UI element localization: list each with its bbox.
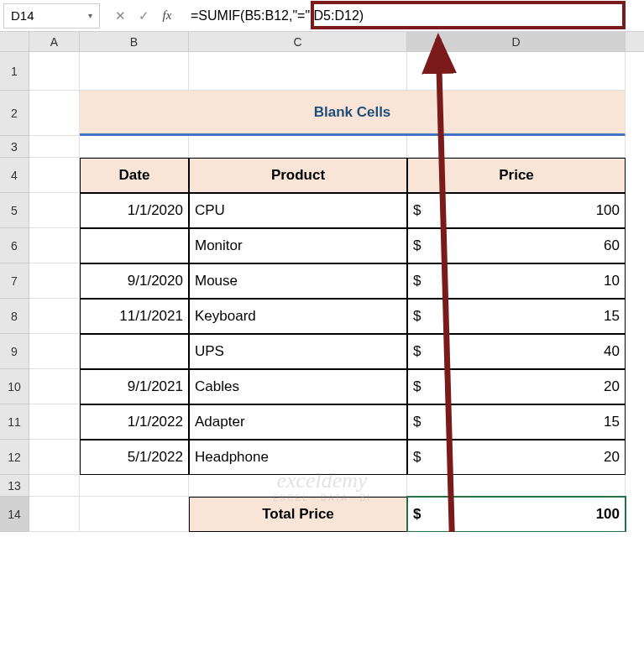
product-cell[interactable]: CPU	[189, 193, 407, 228]
cell[interactable]	[29, 440, 80, 475]
cell[interactable]	[29, 193, 80, 228]
formula-input[interactable]: =SUMIF(B5:B12,"=",D5:D12)	[184, 3, 644, 29]
price-cell[interactable]: $20	[407, 440, 626, 475]
date-cell[interactable]: 1/1/2022	[80, 404, 189, 440]
cell[interactable]	[29, 475, 80, 497]
date-cell[interactable]: 5/1/2022	[80, 440, 189, 475]
row-header[interactable]: 8	[0, 299, 29, 334]
product-cell[interactable]: UPS	[189, 334, 407, 369]
total-value: 100	[596, 506, 620, 523]
product-cell[interactable]: Adapter	[189, 404, 407, 440]
price-value: 10	[604, 273, 620, 289]
total-value-cell[interactable]: $ 100	[407, 497, 626, 532]
price-cell[interactable]: $60	[407, 228, 626, 263]
cell[interactable]	[407, 136, 626, 158]
cell[interactable]	[80, 52, 189, 91]
price-cell[interactable]: $15	[407, 299, 626, 334]
currency-symbol: $	[413, 237, 421, 254]
cell[interactable]	[29, 369, 80, 404]
name-box[interactable]: D14 ▾	[3, 3, 100, 29]
cell[interactable]	[189, 136, 407, 158]
price-cell[interactable]: $20	[407, 369, 626, 404]
currency-symbol: $	[413, 343, 421, 360]
date-cell[interactable]: 11/1/2021	[80, 299, 189, 334]
cell[interactable]	[29, 52, 80, 91]
date-cell[interactable]: 1/1/2020	[80, 193, 189, 228]
row-header[interactable]: 3	[0, 136, 29, 158]
row-header[interactable]: 12	[0, 440, 29, 475]
cell[interactable]	[80, 475, 189, 497]
product-cell[interactable]: Cables	[189, 369, 407, 404]
cancel-icon[interactable]: ✕	[108, 4, 132, 28]
col-header-a[interactable]: A	[29, 32, 80, 51]
cell[interactable]	[29, 497, 80, 532]
date-cell[interactable]	[80, 334, 189, 369]
cell[interactable]	[80, 497, 189, 532]
date-cell[interactable]: 9/1/2020	[80, 263, 189, 299]
product-cell[interactable]: Monitor	[189, 228, 407, 263]
cell[interactable]	[189, 52, 407, 91]
row-13: 13	[0, 475, 644, 497]
title-banner[interactable]: Blank Cells	[80, 91, 626, 136]
row-header[interactable]: 6	[0, 228, 29, 263]
name-box-value: D14	[11, 8, 34, 23]
date-cell[interactable]: 9/1/2021	[80, 369, 189, 404]
product-cell[interactable]: Mouse	[189, 263, 407, 299]
row-header[interactable]: 5	[0, 193, 29, 228]
cell[interactable]	[29, 91, 80, 136]
cell[interactable]	[80, 136, 189, 158]
header-date[interactable]: Date	[80, 158, 189, 193]
row-header[interactable]: 2	[0, 91, 29, 136]
cell[interactable]	[407, 475, 626, 497]
col-header-b[interactable]: B	[80, 32, 189, 51]
formula-bar: D14 ▾ ✕ ✓ fx =SUMIF(B5:B12,"=",D5:D12)	[0, 0, 644, 32]
table-row: 51/1/2020CPU$100	[0, 193, 644, 228]
col-header-c[interactable]: C	[189, 32, 407, 51]
cell[interactable]	[29, 404, 80, 440]
col-header-d[interactable]: D	[407, 32, 626, 51]
row-header[interactable]: 11	[0, 404, 29, 440]
row-header[interactable]: 4	[0, 158, 29, 193]
header-price[interactable]: Price	[407, 158, 626, 193]
table-row: 9UPS$40	[0, 334, 644, 369]
row-14: 14 Total Price $ 100	[0, 497, 644, 532]
confirm-icon[interactable]: ✓	[132, 4, 155, 28]
currency-symbol: $	[413, 414, 421, 430]
select-all-corner[interactable]	[0, 32, 29, 51]
date-cell[interactable]	[80, 228, 189, 263]
price-cell[interactable]: $10	[407, 263, 626, 299]
price-cell[interactable]: $15	[407, 404, 626, 440]
table-row: 109/1/2021Cables$20	[0, 369, 644, 404]
price-cell[interactable]: $100	[407, 193, 626, 228]
row-header[interactable]: 1	[0, 52, 29, 91]
total-label[interactable]: Total Price	[189, 497, 407, 532]
fx-icon[interactable]: fx	[155, 4, 179, 28]
row-header[interactable]: 9	[0, 334, 29, 369]
price-value: 15	[604, 414, 620, 430]
product-cell[interactable]: Keyboard	[189, 299, 407, 334]
worksheet[interactable]: 1 2 Blank Cells 3 4 Date Product Price 5…	[0, 52, 644, 532]
price-value: 40	[604, 343, 620, 360]
cell[interactable]	[29, 228, 80, 263]
column-headers: A B C D	[0, 32, 644, 52]
cell[interactable]	[29, 299, 80, 334]
row-1: 1	[0, 52, 644, 91]
cell[interactable]	[29, 158, 80, 193]
price-cell[interactable]: $40	[407, 334, 626, 369]
row-4: 4 Date Product Price	[0, 158, 644, 193]
table-row: 79/1/2020Mouse$10	[0, 263, 644, 299]
currency-symbol: $	[413, 202, 421, 219]
cell[interactable]	[29, 334, 80, 369]
cell[interactable]	[29, 263, 80, 299]
row-header[interactable]: 10	[0, 369, 29, 404]
currency-symbol: $	[413, 308, 421, 325]
cell[interactable]	[29, 136, 80, 158]
cell[interactable]	[407, 52, 626, 91]
row-header[interactable]: 14	[0, 497, 29, 532]
header-product[interactable]: Product	[189, 158, 407, 193]
cell[interactable]	[189, 475, 407, 497]
product-cell[interactable]: Headphone	[189, 440, 407, 475]
row-header[interactable]: 7	[0, 263, 29, 299]
row-header[interactable]: 13	[0, 475, 29, 497]
chevron-down-icon[interactable]: ▾	[88, 11, 92, 20]
